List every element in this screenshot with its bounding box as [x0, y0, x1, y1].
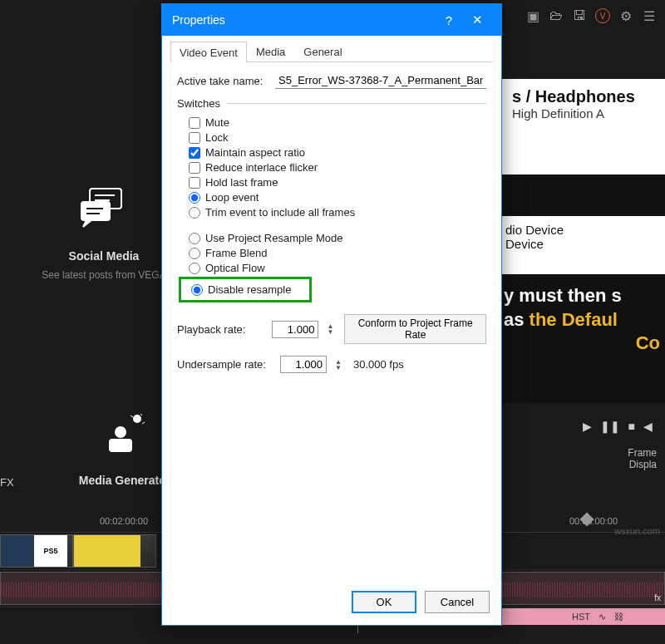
optical-flow-radio[interactable]	[189, 263, 200, 274]
properties-dialog: Properties ? ✕ Video Event Media General…	[161, 3, 502, 626]
media-generator-icon	[95, 407, 155, 459]
ruler-tick: 00:05:00:00	[569, 516, 618, 526]
slide2-line2: Device	[505, 237, 658, 251]
playback-rate-spinner[interactable]: ▲▼	[327, 323, 336, 335]
record-icon[interactable]: V	[595, 8, 610, 23]
active-take-label: Active take name:	[177, 75, 275, 87]
dialog-titlebar: Properties ? ✕	[162, 4, 501, 36]
tab-media[interactable]: Media	[247, 41, 294, 61]
fx-icon[interactable]: ∿	[598, 612, 606, 622]
opt-loop-event[interactable]: Loop event	[189, 191, 486, 204]
slide2-line1: dio Device	[505, 223, 658, 237]
dialog-footer: OK Cancel	[162, 583, 501, 625]
open-icon[interactable]: 🗁	[549, 8, 564, 23]
social-title: Social Media	[29, 249, 179, 263]
conform-button[interactable]: Conform to Project Frame Rate	[344, 314, 486, 344]
transport-labels: Frame Displa	[628, 447, 657, 470]
active-take-input[interactable]	[275, 72, 486, 89]
svg-rect-8	[109, 439, 132, 452]
lock-checkbox[interactable]	[189, 132, 200, 144]
hold-last-frame-checkbox[interactable]	[189, 177, 200, 189]
cancel-button[interactable]: Cancel	[425, 591, 490, 613]
social-sub: See latest posts from VEGA	[29, 269, 179, 281]
svg-point-6	[133, 415, 141, 423]
save-icon[interactable]: 🖫	[572, 8, 587, 23]
new-tab-icon[interactable]: ▣	[525, 8, 540, 23]
chat-icon	[74, 183, 134, 234]
trim-event-radio[interactable]	[189, 207, 200, 219]
dialog-title: Properties	[172, 13, 225, 27]
slide1-sub: High Definition A	[512, 106, 658, 120]
fx-label: FX	[0, 476, 14, 489]
playback-rate-input[interactable]	[272, 321, 318, 338]
loop-event-radio[interactable]	[189, 192, 200, 204]
opt-hold-last-frame[interactable]: Hold last frame	[189, 176, 486, 189]
preview-slide-1: s / Headphones High Definition A	[499, 79, 665, 175]
ok-button[interactable]: OK	[352, 591, 416, 613]
opt-frame-blend[interactable]: Frame Blend	[189, 247, 486, 259]
chevron-down-icon: ▼	[335, 365, 345, 371]
preview-slide-3: y must then s as the Defaul Co	[499, 274, 665, 366]
list-icon[interactable]: ☰	[642, 8, 657, 23]
prev-icon[interactable]: ◀	[643, 420, 653, 433]
opt-reduce-flicker[interactable]: Reduce interlace flicker	[189, 161, 486, 174]
app-toolbar: ▣ 🗁 🖫 V ⚙ ☰	[525, 8, 657, 23]
opt-lock[interactable]: Lock	[189, 131, 486, 144]
tab-general[interactable]: General	[294, 41, 351, 61]
fps-display: 30.000 fps	[353, 358, 404, 371]
svg-rect-3	[81, 202, 110, 220]
playback-rate-label: Playback rate:	[177, 323, 264, 336]
ruler-tick: 00:02:00:00	[100, 516, 148, 526]
video-clip-2[interactable]	[73, 534, 156, 568]
opt-disable-resample[interactable]: Disable resample	[191, 283, 304, 296]
chain-icon[interactable]: ⛓	[614, 612, 623, 622]
clip-fx-label[interactable]: fx	[654, 593, 661, 602]
maintain-aspect-checkbox[interactable]	[189, 147, 200, 159]
preview-slide-2: dio Device Device	[499, 216, 665, 274]
mute-checkbox[interactable]	[189, 117, 200, 129]
undersample-rate-input[interactable]	[280, 356, 327, 373]
dialog-body: Active take name: Switches Mute Lock Mai…	[162, 62, 501, 583]
dialog-tabs: Video Event Media General	[170, 41, 493, 62]
opt-trim-event[interactable]: Trim event to include all frames	[189, 206, 486, 219]
video-clip-1[interactable]: PS5	[0, 534, 73, 568]
settings-icon[interactable]: ⚙	[618, 8, 633, 23]
disable-resample-radio[interactable]	[191, 284, 203, 296]
chevron-down-icon: ▼	[327, 329, 336, 335]
svg-point-7	[115, 426, 126, 438]
video-preview: s / Headphones High Definition A dio Dev…	[499, 79, 665, 403]
help-button[interactable]: ?	[435, 13, 463, 27]
opt-use-project-resample[interactable]: Use Project Resample Mode	[189, 232, 486, 244]
hst-label: HST	[572, 612, 590, 622]
display-label: Displa	[628, 459, 657, 470]
transport-controls[interactable]: ▶ ❚❚ ■ ◀	[583, 420, 653, 433]
undersample-rate-spinner[interactable]: ▲▼	[335, 359, 345, 371]
frame-blend-radio[interactable]	[189, 248, 200, 259]
opt-mute[interactable]: Mute	[189, 116, 486, 129]
pause-icon[interactable]: ❚❚	[600, 420, 620, 433]
switches-header: Switches	[177, 97, 220, 110]
stop-icon[interactable]: ■	[628, 420, 635, 433]
opt-maintain-aspect[interactable]: Maintain aspect ratio	[189, 146, 486, 159]
opt-optical-flow[interactable]: Optical Flow	[189, 262, 486, 274]
watermark: wsxun.com	[614, 526, 660, 536]
close-button[interactable]: ✕	[463, 12, 491, 27]
use-project-resample-radio[interactable]	[189, 233, 200, 244]
reduce-flicker-checkbox[interactable]	[189, 162, 200, 174]
play-icon[interactable]: ▶	[583, 420, 592, 433]
undersample-rate-label: Undersample rate:	[177, 358, 272, 371]
hub-card-social[interactable]: Social Media See latest posts from VEGA	[29, 183, 179, 281]
tab-video-event[interactable]: Video Event	[170, 42, 247, 62]
slide1-heading: s / Headphones	[512, 87, 658, 106]
frame-label: Frame	[628, 447, 657, 459]
